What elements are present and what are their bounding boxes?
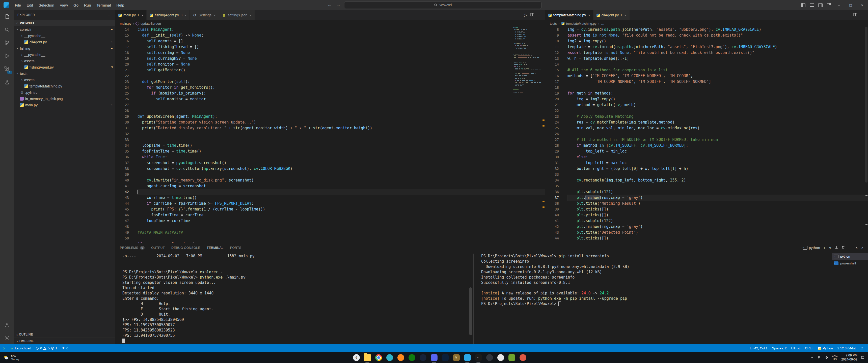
volume-icon[interactable] (824, 356, 828, 360)
account-icon[interactable] (0, 318, 14, 331)
indentation[interactable]: Spaces: 2 (770, 344, 789, 352)
terminal-list-item-python[interactable]: ›python (832, 253, 868, 260)
taskbar-app-edge[interactable] (384, 352, 395, 363)
language-indicator[interactable]: ENG US (832, 354, 838, 361)
project-root-row[interactable]: › WOWXEL (14, 20, 115, 26)
panel-tab-problems[interactable]: PROBLEMS6 (120, 243, 145, 252)
explorer-icon[interactable] (0, 10, 14, 23)
taskbar-app-firefox[interactable] (395, 352, 406, 363)
maximize-panel-icon[interactable]: ∧ (856, 246, 858, 250)
remote-indicator[interactable] (0, 344, 8, 352)
tab-cliagent-py[interactable]: cliAgent.py1× (593, 10, 630, 20)
tab-fishingagent-py[interactable]: fishingAgent.py3× (147, 10, 190, 20)
run-python-file-icon[interactable]: ▷ (524, 13, 527, 18)
back-arrow-icon[interactable]: ← (327, 2, 333, 7)
toggle-secondary-sidebar-icon[interactable] (816, 0, 825, 10)
taskbar-app-start[interactable] (340, 352, 351, 363)
taskbar-app-media[interactable] (517, 352, 528, 363)
kill-terminal-icon[interactable] (841, 245, 845, 250)
menu-item-edit[interactable]: Edit (24, 0, 36, 10)
menu-item-terminal[interactable]: Terminal (94, 0, 114, 10)
tree-item-pycache[interactable]: ›__pycache__ (14, 52, 115, 58)
panel-tab-terminal[interactable]: TERMINAL (207, 243, 223, 252)
menu-item-view[interactable]: View (57, 0, 71, 10)
tree-item-assets[interactable]: ›assets (14, 77, 115, 83)
settings-gear-icon[interactable] (0, 331, 14, 344)
hidden-icons-chevron[interactable] (810, 356, 813, 359)
menu-item-run[interactable]: Run (81, 0, 94, 10)
forward-arrow-icon[interactable]: → (335, 2, 342, 7)
close-icon[interactable]: × (142, 13, 144, 17)
outline-section[interactable]: › OUTLINE (14, 331, 115, 338)
tree-item-templatematching-py[interactable]: templateMatching.py (14, 83, 115, 89)
split-editor-icon[interactable] (530, 13, 534, 18)
menu-item-file[interactable]: File (12, 0, 24, 10)
taskbar-app-terminal[interactable]: >_ (473, 352, 484, 363)
eol-sequence[interactable]: CRLF (803, 344, 816, 352)
code-editor-main[interactable]: 1415161718192021222324252627282930313233… (115, 27, 545, 243)
python-interpreter[interactable]: 3.12.3 64-bit (835, 344, 858, 352)
terminal-profile[interactable]: › python (803, 246, 820, 250)
extensions-icon[interactable]: 1 (0, 63, 14, 76)
more-actions-icon[interactable]: ⋯ (538, 13, 541, 18)
language-mode[interactable]: Python (816, 344, 835, 352)
customize-layout-icon[interactable] (825, 0, 833, 10)
taskbar-app-obs[interactable] (484, 352, 495, 363)
code-editor-secondary[interactable]: 8910111213141516171819202122232425262728… (545, 27, 868, 243)
notifications-icon[interactable] (861, 356, 865, 359)
taskbar-app-search[interactable]: Q (351, 352, 362, 363)
taskbar-app-wow[interactable]: W (451, 352, 462, 363)
cursor-position[interactable]: Ln 42, Col 1 (748, 344, 770, 352)
tab-templatematching-py[interactable]: templateMatching.py× (545, 10, 593, 20)
maximize-button[interactable]: □ (845, 0, 857, 10)
source-control-icon[interactable] (0, 36, 14, 50)
explorer-more-actions-icon[interactable]: ⋯ (108, 12, 112, 18)
run-debug-icon[interactable] (0, 50, 14, 63)
panel-tab-ports[interactable]: PORTS (230, 243, 242, 252)
tree-item-assets[interactable]: ›assets (14, 58, 115, 64)
search-sidebar-icon[interactable] (0, 23, 14, 36)
toggle-sidebar-icon[interactable] (799, 0, 807, 10)
close-button[interactable]: × (857, 0, 868, 10)
close-panel-icon[interactable]: × (861, 246, 864, 250)
problems-status[interactable]: 0 5 1 (33, 344, 60, 352)
taskbar-app-xbox[interactable] (406, 352, 417, 363)
panel-tab-debug-console[interactable]: DEBUG CONSOLE (171, 243, 200, 252)
new-terminal-icon[interactable]: + (823, 246, 826, 250)
tree-item-pycache[interactable]: ›__pycache__ (14, 33, 115, 39)
tree-item-tests[interactable]: ›tests (14, 70, 115, 77)
taskbar-app-steam[interactable] (417, 352, 429, 363)
terminal-area[interactable]: -a---- 2024-09-02 7:08 PM 1582 main.py P… (115, 252, 832, 344)
tree-item-in-memory-to-disk-png[interactable]: in_memory_to_disk.png (14, 96, 115, 102)
tree-item-cliagent-py[interactable]: cliAgent.py1 (14, 39, 115, 45)
close-icon[interactable]: × (588, 13, 590, 17)
taskbar-app-chrome[interactable] (373, 352, 384, 363)
tree-item-core-cli[interactable]: ›core\cli● (14, 26, 115, 33)
tree-item-main-py[interactable]: main.py1 (14, 102, 115, 108)
taskbar-app-github[interactable] (495, 352, 506, 363)
more-actions-icon[interactable]: ⋯ (861, 13, 865, 18)
panel-more-icon[interactable]: ⋯ (848, 246, 852, 250)
close-icon[interactable]: × (185, 13, 187, 17)
close-icon[interactable]: × (214, 13, 216, 17)
menu-item-go[interactable]: Go (71, 0, 81, 10)
terminal-dropdown-icon[interactable]: ∨ (829, 246, 832, 250)
terminal-pane-python[interactable]: -a---- 2024-09-02 7:08 PM 1582 main.py P… (115, 254, 479, 344)
launchpad-status[interactable]: ▲ Launchpad (8, 344, 33, 352)
tree-item-fishingagent-py[interactable]: fishingAgent.py3 (14, 64, 115, 70)
tab-settings[interactable]: ⚙Settings× (190, 10, 219, 20)
weather-widget[interactable]: 5°C Sunny (0, 352, 23, 363)
terminal-scrollbar[interactable] (469, 287, 472, 335)
split-terminal-icon[interactable] (835, 245, 838, 250)
tree-item-pylintrc[interactable]: ⚙.pylintrc (14, 89, 115, 96)
notifications[interactable] (858, 344, 866, 352)
ports-status[interactable]: 0 (60, 344, 70, 352)
search-box[interactable]: Wowxel (344, 1, 541, 9)
minimap[interactable] (513, 27, 541, 94)
panel-tab-output[interactable]: OUTPUT (151, 243, 165, 252)
taskbar-app-vscode[interactable] (462, 352, 473, 363)
breadcrumb-item-[interactable]: … (601, 22, 604, 26)
close-icon[interactable]: × (250, 13, 252, 17)
wifi-icon[interactable] (817, 356, 821, 360)
breadcrumb-item-templatematching-py[interactable]: templateMatching.py (566, 22, 596, 26)
